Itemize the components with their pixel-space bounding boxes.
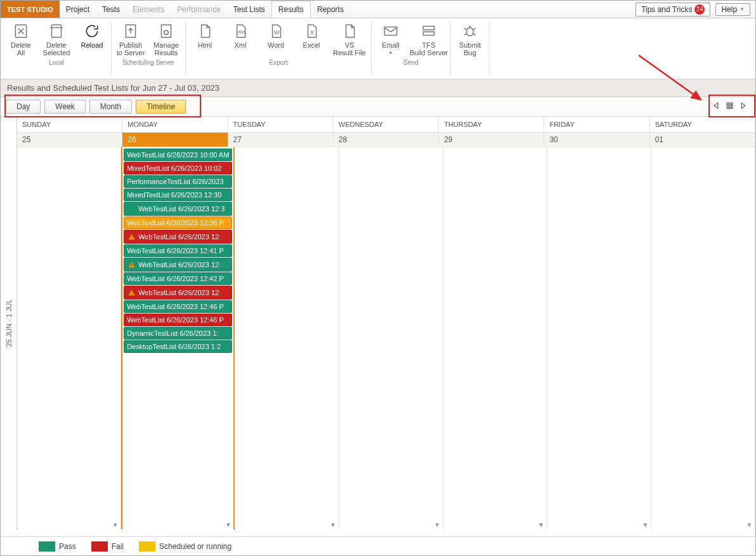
result-event-label: WebTestList 6/26/2023 12: xyxy=(138,233,221,241)
submit-bug-button[interactable]: Submit Bug xyxy=(452,20,488,59)
date-cell[interactable]: 27 xyxy=(228,133,334,147)
result-event[interactable]: WebTestList 6/26/2023 12:41 P xyxy=(124,244,232,257)
chevron-down-icon[interactable]: ▼ xyxy=(642,522,648,528)
menu-project[interactable]: Project xyxy=(60,1,96,18)
tfs-button[interactable]: TFS Build Server xyxy=(408,20,449,59)
publish-button[interactable]: Publish to Server xyxy=(113,20,148,59)
export-xml-button[interactable]: XML Xml xyxy=(223,20,258,59)
menubar: TEST STUDIO Project Tests Elements Perfo… xyxy=(1,1,755,18)
email-label: Email xyxy=(382,41,400,49)
result-event-label: PerformanceTestList 6/26/2023 xyxy=(127,178,223,185)
date-cell[interactable]: 29 xyxy=(439,133,544,147)
export-html-button[interactable]: Html xyxy=(187,20,223,59)
svg-rect-18 xyxy=(131,266,132,267)
brand-label: TEST STUDIO xyxy=(1,1,60,18)
result-event[interactable]: WebTestList 6/26/2023 12:36 P xyxy=(124,216,232,229)
svg-rect-12 xyxy=(727,103,733,109)
day-content-saturday: ▼ xyxy=(651,147,755,529)
chevron-down-icon: ▼ xyxy=(388,50,393,56)
manage-results-button[interactable]: Manage Results xyxy=(148,20,184,59)
svg-rect-20 xyxy=(131,294,132,295)
result-event[interactable]: WebTestList 6/26/2023 10:00 AM xyxy=(124,149,232,161)
xml-label: Xml xyxy=(235,41,247,49)
date-cell[interactable]: 25 xyxy=(17,133,122,147)
chevron-down-icon[interactable]: ▼ xyxy=(746,522,752,528)
svg-rect-1 xyxy=(51,25,61,37)
excel-file-icon: X xyxy=(303,22,320,40)
day-content-tuesday: ▼ xyxy=(235,147,339,529)
publish-label: Publish to Server xyxy=(117,41,145,56)
calendar: 25 JUN - 1 JUL SUNDAY MONDAY TUESDAY WED… xyxy=(1,117,755,529)
view-segmented: Day Week Month Timeline xyxy=(6,100,186,114)
result-event[interactable]: DesktopTestList 6/26/2023 1:2 xyxy=(124,340,232,353)
menu-testlists[interactable]: Test Lists xyxy=(227,1,271,18)
nav-next-button[interactable] xyxy=(740,102,746,111)
date-cell[interactable]: 01 xyxy=(650,133,755,147)
result-event[interactable]: WebTestList 6/26/2023 12:46 P xyxy=(124,314,232,326)
result-event[interactable]: WebTestList 6/26/2023 12: xyxy=(124,286,232,300)
delete-selected-button[interactable]: Delete Selected xyxy=(39,20,74,59)
chevron-down-icon[interactable]: ▼ xyxy=(225,522,231,528)
svg-text:W: W xyxy=(274,29,280,36)
date-cell[interactable]: 28 xyxy=(334,133,439,147)
chevron-down-icon[interactable]: ▼ xyxy=(112,522,118,528)
help-button[interactable]: Help ▼ xyxy=(715,3,750,16)
delete-selected-icon xyxy=(48,22,65,40)
server-icon xyxy=(420,22,438,40)
group-scheduling-label: Scheduling Server xyxy=(122,59,174,67)
svg-rect-8 xyxy=(384,27,397,36)
help-label: Help xyxy=(721,5,737,14)
date-cell-today[interactable]: 26 xyxy=(122,133,228,147)
result-event[interactable]: WebTestList 6/26/2023 12: xyxy=(124,258,232,272)
result-event[interactable]: MixedTestList 6/26/2023 10:02 xyxy=(124,162,232,175)
svg-rect-15 xyxy=(131,235,132,237)
result-event[interactable]: WebTestList 6/26/2023 12:3 xyxy=(124,202,232,216)
day-content-sunday: ▼ xyxy=(17,147,121,529)
bug-icon xyxy=(461,22,479,40)
nav-prev-button[interactable] xyxy=(713,102,720,111)
menu-reports[interactable]: Reports xyxy=(311,1,350,18)
week-range-label: 25 JUN - 1 JUL xyxy=(1,117,17,529)
legend-pass-swatch xyxy=(39,541,55,552)
result-event[interactable]: WebTestList 6/26/2023 12:46 P xyxy=(124,300,232,313)
reload-icon xyxy=(83,22,101,40)
chevron-down-icon[interactable]: ▼ xyxy=(434,522,440,528)
day-header: MONDAY xyxy=(122,117,228,133)
export-excel-button[interactable]: X Excel xyxy=(294,20,329,59)
result-event-label: DesktopTestList 6/26/2023 1:2 xyxy=(127,343,221,350)
result-event[interactable]: WebTestList 6/26/2023 12:42 P xyxy=(124,272,232,285)
nav-today-button[interactable] xyxy=(726,102,733,111)
result-event-label: WebTestList 6/26/2023 12:46 P xyxy=(127,303,224,310)
day-content-monday: WebTestList 6/26/2023 10:00 AMMixedTestL… xyxy=(121,147,235,529)
reload-button[interactable]: Reload xyxy=(74,20,110,59)
result-event[interactable]: PerformanceTestList 6/26/2023 xyxy=(124,175,232,188)
result-event-label: WebTestList 6/26/2023 12:46 P xyxy=(127,316,224,324)
export-word-button[interactable]: W Word xyxy=(258,20,294,59)
view-day-button[interactable]: Day xyxy=(6,100,41,114)
publish-icon xyxy=(122,22,140,40)
result-event[interactable]: MixedTestList 6/26/2023 12:30 xyxy=(124,189,232,201)
menu-tests[interactable]: Tests xyxy=(96,1,126,18)
chevron-down-icon[interactable]: ▼ xyxy=(538,522,544,528)
delete-all-button[interactable]: Delete All xyxy=(3,20,39,59)
tips-and-tricks-button[interactable]: Tips and Tricks 24 xyxy=(635,3,710,17)
date-cell[interactable]: 30 xyxy=(544,133,649,147)
view-timeline-button[interactable]: Timeline xyxy=(136,100,186,114)
ribbon: Delete All Delete Selected Reload Local … xyxy=(1,18,755,79)
day-content-wednesday: ▼ xyxy=(339,147,443,529)
calendar-grid-icon xyxy=(726,102,733,109)
result-event[interactable]: DynamicTestList 6/26/2023 1: xyxy=(124,327,232,340)
email-button[interactable]: Email ▼ xyxy=(373,20,408,59)
day-header: WEDNESDAY xyxy=(334,117,439,133)
day-content-friday: ▼ xyxy=(547,147,651,529)
export-vs-button[interactable]: VS Result File xyxy=(329,20,370,59)
day-header: SATURDAY xyxy=(650,117,755,133)
chevron-down-icon[interactable]: ▼ xyxy=(330,522,336,528)
menu-results[interactable]: Results xyxy=(271,1,311,18)
view-month-button[interactable]: Month xyxy=(89,100,132,114)
day-content-thursday: ▼ xyxy=(443,147,547,529)
result-event[interactable]: WebTestList 6/26/2023 12: xyxy=(124,230,232,244)
view-week-button[interactable]: Week xyxy=(44,100,85,114)
day-header: TUESDAY xyxy=(228,117,334,133)
svg-rect-19 xyxy=(131,291,132,293)
